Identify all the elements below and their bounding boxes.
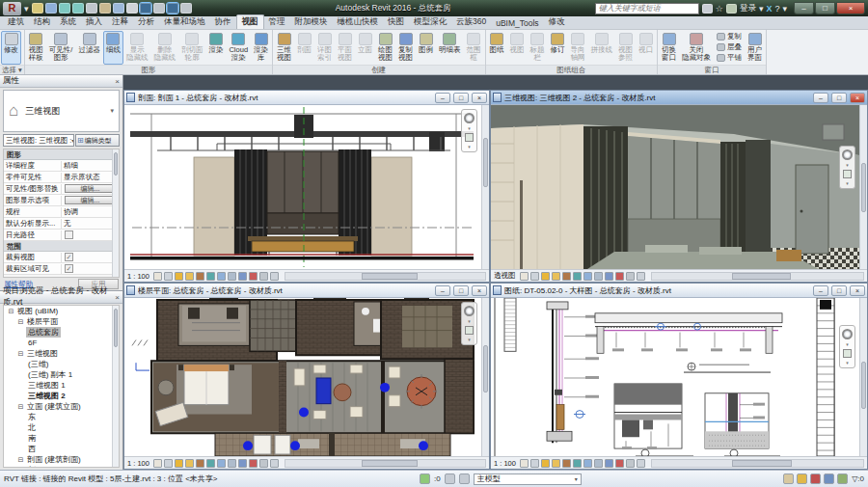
tab-橄榄山快模[interactable]: 橄榄山快模 (333, 15, 384, 29)
section-restore-button[interactable]: □ (453, 93, 469, 103)
ribbon-button-视图样板[interactable]: 视图 样板 (26, 31, 46, 65)
render-icon[interactable] (206, 272, 215, 281)
3d-canvas[interactable]: ▾ ▾ (491, 105, 867, 269)
scale-label[interactable]: 1 : 100 (127, 272, 149, 281)
3d-navigation-bar[interactable]: ▾ ▾ (839, 146, 855, 189)
tab-协作[interactable]: 协作 (210, 15, 236, 29)
show-crop-icon[interactable] (228, 272, 236, 281)
floor-plan-drawing[interactable] (124, 298, 481, 456)
measure-icon[interactable] (99, 3, 111, 14)
show-crop-icon[interactable] (594, 272, 603, 281)
plan-minimize-button[interactable]: – (435, 285, 450, 296)
show-crop-icon[interactable] (594, 459, 603, 468)
tree-item[interactable]: 东 (4, 412, 119, 422)
sign-in-user-icon[interactable] (726, 4, 737, 14)
properties-scrollbar[interactable] (112, 149, 119, 277)
zoom-icon[interactable] (465, 326, 474, 335)
sheet-horizontal-scrollbar[interactable] (651, 459, 864, 468)
tree-item[interactable]: (三维) (4, 359, 119, 369)
tree-item[interactable]: 北 (4, 422, 119, 433)
worksharing-sync-icon[interactable] (420, 473, 430, 484)
design-options-icon[interactable] (783, 473, 794, 484)
ribbon-button-可见性/图形[interactable]: 可见性/ 图形 (46, 31, 76, 65)
ribbon-button-删除隐藏线[interactable]: 删除 隐藏线 (150, 31, 178, 65)
tree-item[interactable]: ⊟剖面 (建筑剖面) (4, 454, 119, 465)
expander-icon[interactable]: ⊟ (7, 308, 15, 315)
ribbon-button-图纸[interactable]: 图纸 (487, 31, 507, 65)
tab-系统[interactable]: 系统 (55, 15, 81, 29)
ribbon-button-复制视图[interactable]: 复制 视图 (395, 31, 416, 65)
steering-wheel-icon[interactable] (464, 306, 475, 316)
expander-icon[interactable]: ⊟ (16, 456, 25, 464)
scale-label[interactable]: 1 : 100 (494, 459, 516, 468)
tree-item[interactable]: 6F (4, 338, 119, 348)
section-minimize-button[interactable]: – (435, 93, 450, 103)
sheet-vertical-scrollbar[interactable] (859, 298, 867, 456)
ribbon-button-立面[interactable]: 立面 (355, 31, 375, 65)
ribbon-button-绘图视图[interactable]: 绘图 视图 (375, 31, 395, 65)
tab-建筑[interactable]: 建筑 (3, 15, 29, 29)
ribbon-button-过滤器[interactable]: 过滤器 (75, 31, 103, 65)
nav-caret-icon[interactable]: ▾ (846, 163, 849, 167)
scale-icon[interactable] (520, 272, 529, 281)
steering-wheel-icon[interactable] (842, 329, 853, 339)
active-model-select[interactable]: 主模型 ▾ (474, 473, 582, 485)
ribbon-button-导向轴网[interactable]: 导向 轴网 (568, 31, 588, 65)
ribbon-button-图例[interactable]: 图例 (416, 31, 436, 65)
render-icon[interactable] (206, 459, 215, 468)
sheet-canvas[interactable]: ▾ ▾ (491, 298, 867, 456)
print-icon[interactable] (86, 3, 97, 14)
section-vertical-scrollbar[interactable] (481, 105, 489, 269)
3d-horizontal-scrollbar[interactable] (651, 272, 865, 281)
sign-in-label[interactable]: 登录 (740, 3, 756, 14)
app-restore-button[interactable]: □ (815, 2, 835, 14)
press-drag-icon[interactable] (810, 473, 821, 484)
ribbon-button-视图[interactable]: 视图 (507, 31, 528, 65)
ribbon-button-范围框[interactable]: 范围 框 (464, 31, 484, 65)
detail-level-icon[interactable] (164, 272, 173, 281)
shadows-icon[interactable] (562, 459, 571, 468)
worksharing-display-icon[interactable] (637, 272, 645, 281)
signin-caret-icon[interactable]: ▾ (759, 4, 764, 14)
tree-item[interactable]: ⊟立面 (建筑立面) (4, 401, 119, 412)
scale-icon[interactable] (520, 459, 529, 468)
3d-minimize-button[interactable]: – (813, 93, 828, 103)
ribbon-button-详图索引[interactable]: 详图 索引 (314, 31, 335, 65)
worksets-icon[interactable] (445, 473, 455, 484)
section-drawing[interactable] (124, 105, 481, 269)
type-preview[interactable]: ⌂ 三维视图 ▾ (3, 90, 120, 132)
project-browser-close-icon[interactable]: × (115, 293, 120, 302)
checkbox[interactable] (65, 230, 73, 239)
prop-section-header[interactable]: 图形 (4, 149, 119, 160)
sheet-restore-button[interactable]: □ (831, 285, 847, 296)
checkbox[interactable]: ✓ (65, 264, 73, 273)
detail-level-icon[interactable] (164, 459, 173, 468)
shadows-icon[interactable] (196, 459, 204, 468)
ribbon-button-复制[interactable]: 复制 (714, 32, 745, 41)
exchange-apps-icon[interactable]: X (766, 4, 772, 14)
nav-caret-icon[interactable]: ▾ (468, 126, 471, 130)
3d-view-icon[interactable] (140, 3, 151, 14)
nav-caret-icon[interactable]: ▾ (846, 181, 849, 185)
redo-icon[interactable] (72, 3, 84, 14)
tree-item[interactable]: ⊟视图 (uBIM) (4, 306, 119, 316)
tab-管理[interactable]: 管理 (264, 15, 290, 29)
aligned-dimension-icon[interactable] (113, 3, 124, 14)
shadows-icon[interactable] (562, 272, 571, 281)
detail-level-icon[interactable] (530, 272, 539, 281)
tab-附加模块[interactable]: 附加模块 (290, 15, 333, 29)
sheet-minimize-button[interactable]: – (813, 285, 828, 296)
temporary-view-properties-icon[interactable] (626, 272, 635, 281)
open-icon[interactable] (32, 3, 43, 14)
app-minimize-button[interactable]: – (794, 2, 814, 14)
save-icon[interactable] (45, 3, 57, 14)
3d-vertical-scrollbar[interactable] (859, 105, 867, 269)
sheet-window-title-bar[interactable]: 图纸: DT-05.02-0 - 大样图 - 总统套房 - 改材质.rvt – … (491, 284, 867, 298)
tree-item[interactable]: 三维视图 2 (4, 391, 119, 401)
type-preview-caret-icon[interactable]: ▾ (110, 107, 114, 115)
tree-item[interactable]: (三维) 副本 1 (4, 369, 119, 380)
temporary-hide-icon[interactable] (238, 272, 247, 281)
background-process-icon[interactable] (824, 473, 834, 484)
plan-horizontal-scrollbar[interactable] (285, 459, 486, 468)
reveal-hidden-icon[interactable] (249, 272, 258, 281)
